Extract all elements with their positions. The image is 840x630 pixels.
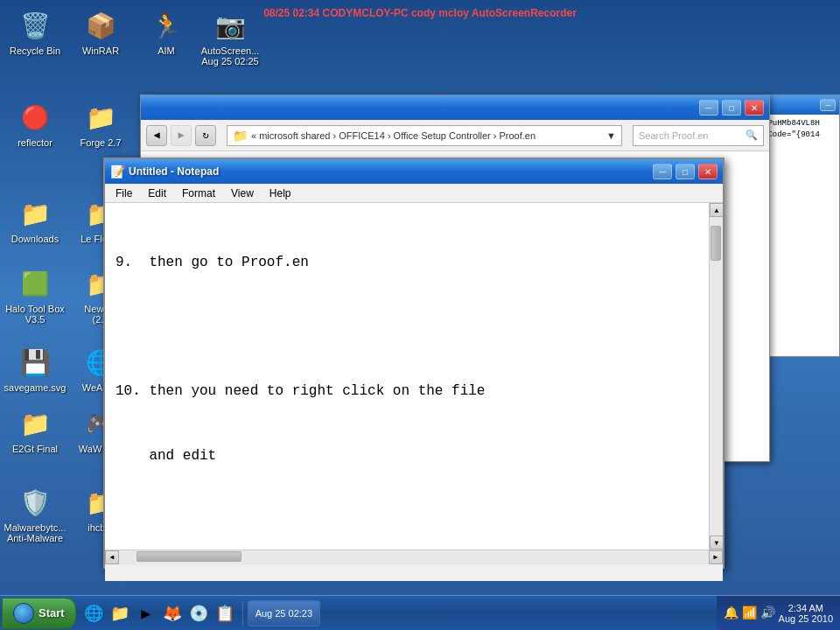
e2gt-label: E2Gt Final (12, 444, 58, 454)
notepad-window: 📝 Untitled - Notepad ─ □ ✕ File Edit For… (103, 158, 724, 569)
screen-recorder-title: 08/25 02:34 CODYMCLOY-PC cody mcloy Auto… (263, 7, 577, 19)
refresh-button[interactable]: ↻ (195, 125, 216, 146)
menu-format[interactable]: Format (175, 186, 222, 201)
horizontal-scrollbar[interactable]: ◀ ▶ (105, 550, 723, 564)
scroll-h-track[interactable] (119, 550, 709, 564)
menu-edit[interactable]: Edit (141, 186, 173, 201)
windows-orb-icon (13, 603, 34, 624)
scroll-thumb[interactable] (710, 226, 721, 261)
downloads-icon: 📁 (18, 197, 52, 232)
line-9: 9. then go to Proof.en (116, 252, 698, 275)
malwarebytes-label: Malwarebytc...Anti-Malware (4, 522, 66, 543)
explorer-maximize-button[interactable]: □ (722, 100, 741, 116)
tray-volume-icon[interactable]: 🔊 (760, 606, 775, 620)
desktop-icon-reflector[interactable]: 🔴 reflector (4, 101, 66, 148)
desktop-icon-winrar[interactable]: 📦 WinRAR (70, 9, 131, 56)
savegame-label: savegame.svg (4, 382, 66, 393)
search-placeholder: Search Proof.en (639, 130, 709, 141)
aim-icon: 🏃 (149, 9, 184, 44)
notepad-icon: 📝 (110, 164, 125, 179)
start-button[interactable]: Start (2, 598, 76, 629)
reflector-icon: 🔴 (18, 101, 52, 136)
desktop-icon-savegame[interactable]: 💾 savegame.svg (4, 346, 66, 393)
desktop-icon-aim[interactable]: 🏃 AIM (136, 9, 197, 56)
info-minimize-button[interactable]: ─ (820, 99, 836, 111)
reflector-label: reflector (18, 137, 52, 148)
scroll-h-thumb[interactable] (136, 551, 242, 562)
scroll-right-button[interactable]: ▶ (709, 550, 723, 564)
taskbar-item-notepad[interactable]: Aug 25 02:23 (248, 600, 320, 626)
forge-icon: 📁 (83, 101, 118, 136)
taskbar: Start 🌐 📁 ▶️ 🦊 💿 📋 Aug 25 02:23 🔔 📶 🔊 2:… (0, 595, 840, 630)
search-icon[interactable]: 🔍 (746, 130, 758, 141)
desktop-icon-autoscreen[interactable]: 📷 AutoScreen...Aug 25 02:25 (200, 9, 261, 66)
explorer-close-button[interactable]: ✕ (745, 100, 764, 116)
tray-time-text: 2:34 AM (779, 603, 833, 613)
scroll-up-button[interactable]: ▲ (710, 203, 723, 217)
dropdown-icon[interactable]: ▼ (606, 130, 616, 141)
line-blank2 (116, 509, 698, 532)
desktop-icon-malwarebytes[interactable]: 🛡️ Malwarebytc...Anti-Malware (4, 486, 66, 543)
taskbar-ie-icon[interactable]: 🌐 (81, 601, 106, 626)
desktop-icon-downloads[interactable]: 📁 Downloads (4, 197, 66, 244)
autoscreen-icon: 📷 (213, 9, 248, 44)
line-10b: and edit (116, 445, 698, 468)
address-bar[interactable]: 📁 « microsoft shared › OFFICE14 › Office… (227, 125, 622, 146)
winrar-label: WinRAR (82, 46, 119, 56)
vertical-scrollbar[interactable]: ▲ ▼ (709, 203, 723, 550)
taskbar-app-icon[interactable]: 📋 (213, 601, 237, 626)
notepad-close-button[interactable]: ✕ (698, 164, 718, 179)
notepad-title: Untitled - Notepad (129, 165, 649, 178)
halo-icon: 🟩 (18, 267, 52, 302)
desktop-icon-e2gt[interactable]: 📁 E2Gt Final (4, 407, 66, 454)
search-bar[interactable]: Search Proof.en 🔍 (633, 125, 764, 146)
line-blank1 (116, 317, 698, 340)
tray-network-icon[interactable]: 📶 (742, 606, 757, 620)
recycle-bin-icon: 🗑️ (18, 9, 52, 44)
winrar-icon: 📦 (83, 9, 118, 44)
halo-label: Halo Tool BoxV3.5 (5, 304, 65, 325)
address-text: « microsoft shared › OFFICE14 › Office S… (251, 130, 536, 141)
tray-clock: 2:34 AM Aug 25 2010 (779, 603, 833, 624)
tray-notify-icon[interactable]: 🔔 (724, 606, 738, 620)
forward-button[interactable]: ▶ (171, 125, 192, 146)
taskbar-media-icon[interactable]: ▶️ (134, 601, 158, 626)
e2gt-icon: 📁 (18, 407, 52, 442)
desktop-icon-halo[interactable]: 🟩 Halo Tool BoxV3.5 (4, 267, 66, 325)
scroll-track[interactable] (710, 217, 723, 536)
scroll-left-button[interactable]: ◀ (105, 550, 119, 564)
taskbar-middle: Aug 25 02:23 (243, 600, 717, 626)
taskbar-firefox-icon[interactable]: 🦊 (160, 601, 185, 626)
notepad-maximize-button[interactable]: □ (676, 164, 695, 179)
autoscreen-label: AutoScreen...Aug 25 02:25 (201, 46, 260, 66)
recycle-bin-label: Recycle Bin (10, 46, 60, 56)
desktop-icon-forge[interactable]: 📁 Forge 2.7 (70, 101, 131, 148)
start-label: Start (38, 606, 65, 620)
scroll-down-button[interactable]: ▼ (710, 536, 723, 550)
notepad-menubar: File Edit Format View Help (105, 184, 723, 203)
text-area[interactable]: 9. then go to Proof.en 10. then you need… (105, 203, 709, 550)
taskbar-folder-icon[interactable]: 📁 (108, 601, 132, 626)
taskbar-dvd-icon[interactable]: 💿 (186, 601, 211, 626)
downloads-label: Downloads (11, 234, 59, 244)
taskbar-tray: 🔔 📶 🔊 2:34 AM Aug 25 2010 (717, 596, 840, 630)
taskbar-item-label: Aug 25 02:23 (256, 608, 312, 619)
menu-help[interactable]: Help (262, 186, 298, 201)
line-10a: 10. then you need to right click on the … (116, 381, 698, 403)
explorer-toolbar: ◀ ▶ ↻ 📁 « microsoft shared › OFFICE14 › … (141, 120, 769, 151)
forge-label: Forge 2.7 (80, 137, 121, 148)
tray-date-text: Aug 25 2010 (779, 613, 833, 624)
malwarebytes-icon: 🛡️ (18, 486, 52, 521)
back-button[interactable]: ◀ (146, 125, 167, 146)
notepad-minimize-button[interactable]: ─ (653, 164, 672, 179)
notepad-titlebar: 📝 Untitled - Notepad ─ □ ✕ (105, 159, 723, 184)
menu-view[interactable]: View (224, 186, 261, 201)
aim-label: AIM (158, 46, 175, 56)
desktop: 08/25 02:34 CODYMCLOY-PC cody mcloy Auto… (0, 0, 840, 595)
explorer-minimize-button[interactable]: ─ (699, 100, 718, 116)
savegame-icon: 💾 (18, 346, 52, 381)
notepad-statusbar (105, 564, 723, 581)
desktop-icon-recycle-bin[interactable]: 🗑️ Recycle Bin (4, 9, 66, 56)
notepad-content: 9. then go to Proof.en 10. then you need… (105, 203, 723, 550)
menu-file[interactable]: File (108, 186, 139, 201)
